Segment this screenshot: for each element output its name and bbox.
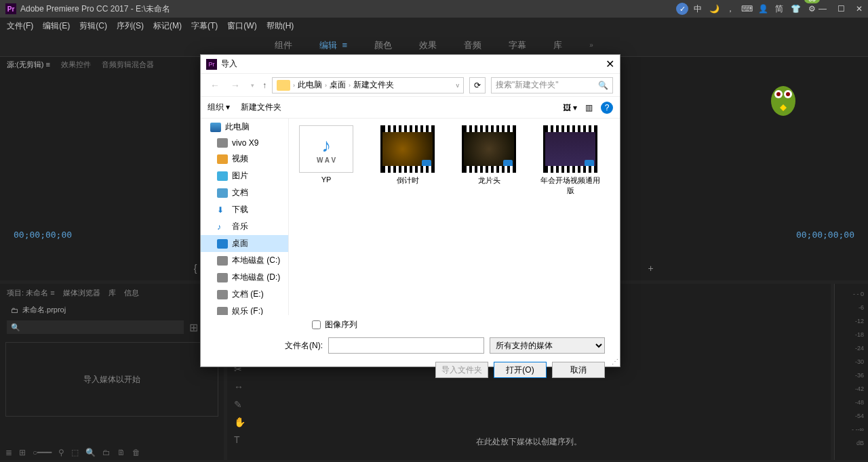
menu-edit[interactable]: 编辑(E) bbox=[43, 20, 70, 32]
image-sequence-checkbox[interactable] bbox=[312, 320, 321, 329]
sidebar-item[interactable]: 娱乐 (F:) bbox=[201, 303, 288, 315]
icon-view-icon[interactable]: ⊞ bbox=[19, 448, 26, 457]
bc-segment[interactable]: 此电脑 bbox=[298, 79, 322, 91]
sidebar-item[interactable]: 文档 (E:) bbox=[201, 286, 288, 303]
sidebar-item[interactable]: vivo X9 bbox=[201, 135, 288, 150]
file-item[interactable]: 倒计时 bbox=[377, 125, 438, 186]
tab-libraries[interactable]: 库 bbox=[108, 288, 116, 298]
sidebar-item[interactable]: 视频 bbox=[201, 150, 288, 167]
ime-toggle[interactable]: ✓ bbox=[676, 3, 688, 15]
search-field[interactable]: 搜索"新建文件夹" 🔍 bbox=[491, 77, 613, 93]
nav-history-icon[interactable]: ▾ bbox=[248, 82, 257, 89]
open-button[interactable]: 打开(O) bbox=[494, 362, 547, 378]
hand-icon[interactable]: ✋ bbox=[234, 417, 245, 427]
nav-up-icon[interactable]: ↑ bbox=[262, 81, 267, 90]
ime-gear-icon[interactable]: ⚙ bbox=[805, 2, 818, 16]
automate-icon[interactable]: ⬚ bbox=[71, 448, 79, 457]
ws-overflow-icon[interactable]: » bbox=[589, 41, 593, 49]
menu-clip[interactable]: 剪辑(C) bbox=[79, 20, 107, 32]
organize-menu[interactable]: 组织 ▾ bbox=[208, 102, 230, 113]
tab-media-browser[interactable]: 媒体浏览器 bbox=[63, 288, 100, 298]
filter-icon[interactable]: ⊞ bbox=[189, 321, 198, 334]
close-button[interactable]: ✕ bbox=[856, 4, 863, 14]
menu-help[interactable]: 帮助(H) bbox=[267, 20, 294, 32]
mark-in-icon[interactable]: { bbox=[194, 263, 197, 274]
type-icon[interactable]: T bbox=[234, 434, 245, 445]
zoom-slider[interactable]: ○━━━ bbox=[33, 448, 52, 457]
menu-file[interactable]: 文件(F) bbox=[7, 20, 33, 32]
ws-tab-color[interactable]: 颜色 bbox=[374, 39, 392, 51]
bc-segment[interactable]: 桌面 bbox=[330, 79, 346, 91]
file-filter-select[interactable]: 所有支持的媒体 bbox=[490, 337, 605, 354]
minimize-button[interactable]: — bbox=[818, 4, 827, 14]
ws-tab-audio[interactable]: 音频 bbox=[464, 39, 481, 51]
ws-tab-assembly[interactable]: 组件 bbox=[275, 39, 292, 51]
sidebar-item-label: vivo X9 bbox=[232, 138, 258, 148]
ws-tab-editing[interactable]: 编辑 ≡ bbox=[319, 39, 347, 51]
ime-zhong[interactable]: 中 bbox=[691, 2, 705, 16]
preview-toggle[interactable]: ▥ bbox=[585, 103, 593, 112]
pen-icon[interactable]: ✎ bbox=[234, 399, 245, 410]
cancel-button[interactable]: 取消 bbox=[552, 362, 605, 378]
menu-title[interactable]: 字幕(T) bbox=[191, 20, 218, 32]
project-search[interactable] bbox=[7, 320, 184, 334]
new-item-icon[interactable]: 🗎 bbox=[117, 448, 125, 457]
ws-tab-titles[interactable]: 字幕 bbox=[509, 39, 526, 51]
sidebar-item-icon bbox=[217, 307, 228, 316]
sidebar-item[interactable]: 文档 bbox=[201, 184, 288, 201]
settings-icon[interactable]: + bbox=[648, 263, 654, 274]
sidebar-item[interactable]: 本地磁盘 (D:) bbox=[201, 269, 288, 286]
sidebar-item[interactable]: 图片 bbox=[201, 167, 288, 184]
resize-grip[interactable]: ⋰ bbox=[612, 358, 618, 365]
ime-keyboard-icon[interactable]: ⌨ bbox=[740, 2, 753, 16]
tab-effect-controls[interactable]: 效果控件 bbox=[61, 60, 91, 70]
sidebar-item-icon bbox=[217, 138, 228, 148]
ime-moon-icon[interactable]: 🌙 bbox=[707, 2, 721, 16]
import-folder-button[interactable]: 导入文件夹 bbox=[435, 362, 488, 378]
view-menu[interactable]: 🖼 ▾ bbox=[563, 103, 577, 112]
help-icon[interactable]: ? bbox=[601, 102, 613, 114]
trash-icon[interactable]: 🗑 bbox=[132, 448, 140, 457]
sort-icon[interactable]: ⚲ bbox=[58, 448, 64, 457]
ime-jian[interactable]: 简 bbox=[772, 2, 786, 16]
new-folder-button[interactable]: 新建文件夹 bbox=[241, 102, 281, 113]
ime-punct[interactable]: ， bbox=[724, 2, 737, 16]
refresh-button[interactable]: ⟳ bbox=[469, 77, 486, 93]
menu-sequence[interactable]: 序列(S) bbox=[117, 20, 144, 32]
bc-segment[interactable]: 新建文件夹 bbox=[353, 79, 394, 91]
sidebar-item-label: 娱乐 (F:) bbox=[232, 306, 263, 315]
sidebar-item[interactable]: ♪音乐 bbox=[201, 218, 288, 235]
file-item[interactable]: ♪W A VYP bbox=[296, 125, 357, 184]
file-item[interactable]: 年会开场视频通用版 bbox=[540, 125, 601, 196]
sidebar-item[interactable]: 桌面 bbox=[201, 235, 288, 252]
ime-user-icon[interactable]: 👤 bbox=[756, 2, 770, 16]
menu-marker[interactable]: 标记(M) bbox=[153, 20, 182, 32]
sidebar-item[interactable]: 此电脑 bbox=[201, 119, 288, 135]
tab-source[interactable]: 源:(无剪辑) ≡ bbox=[7, 60, 50, 70]
new-bin-icon[interactable]: 🗀 bbox=[102, 448, 111, 457]
file-grid: ♪W A VYP倒计时龙片头年会开场视频通用版 bbox=[289, 119, 620, 315]
breadcrumb[interactable]: › 此电脑 › 桌面 › 新建文件夹 v bbox=[272, 77, 464, 93]
ime-skin-icon[interactable]: 👕 bbox=[789, 2, 802, 16]
find-icon[interactable]: 🔍 bbox=[85, 448, 96, 457]
tab-project[interactable]: 项目: 未命名 ≡ bbox=[7, 288, 55, 298]
filename-input[interactable] bbox=[328, 337, 484, 354]
nav-back-icon[interactable]: ← bbox=[208, 80, 222, 91]
tab-info[interactable]: 信息 bbox=[124, 288, 139, 298]
dialog-close-button[interactable]: ✕ bbox=[606, 58, 614, 70]
list-view-icon[interactable]: ≣ bbox=[5, 448, 12, 457]
maximize-button[interactable]: ☐ bbox=[837, 4, 845, 14]
tab-audio-mixer[interactable]: 音频剪辑混合器 bbox=[102, 60, 154, 70]
program-timecode: 00;00;00;00 bbox=[796, 230, 854, 240]
sidebar-item-icon bbox=[210, 123, 221, 132]
media-drop-zone[interactable]: 导入媒体以开始 bbox=[5, 342, 218, 417]
ws-tab-effects[interactable]: 效果 bbox=[419, 39, 437, 51]
sidebar-item-label: 视频 bbox=[232, 153, 248, 165]
sidebar-item[interactable]: ⬇下载 bbox=[201, 201, 288, 218]
file-item[interactable]: 龙片头 bbox=[458, 125, 519, 186]
slip-icon[interactable]: ↔ bbox=[234, 381, 245, 392]
ws-tab-libraries[interactable]: 库 bbox=[553, 39, 562, 51]
menu-window[interactable]: 窗口(W) bbox=[227, 20, 256, 32]
sidebar-item[interactable]: 本地磁盘 (C:) bbox=[201, 252, 288, 269]
nav-forward-icon[interactable]: → bbox=[228, 80, 243, 91]
